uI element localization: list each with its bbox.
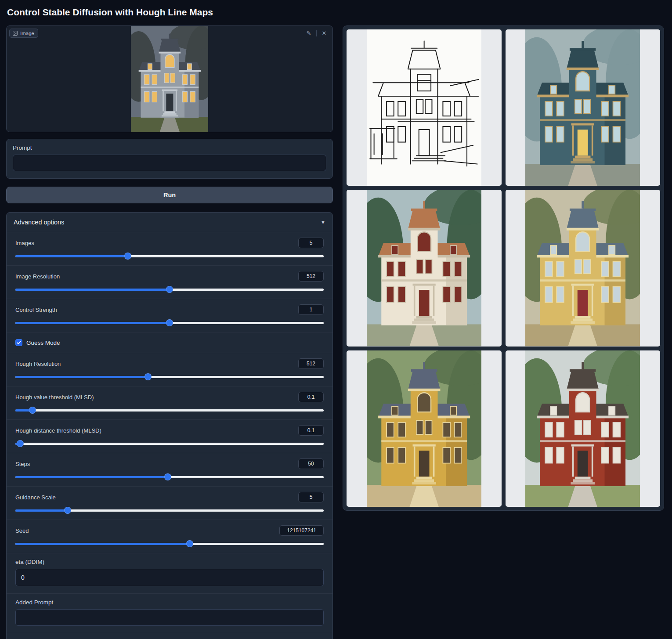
hough-line-map-image <box>367 29 481 186</box>
control-strength-value[interactable]: 1 <box>298 304 324 315</box>
slider-handle[interactable] <box>64 507 71 514</box>
page-title: Control Stable Diffusion with Hough Line… <box>6 0 666 25</box>
hough-value-threshold-slider[interactable] <box>15 407 324 414</box>
output-column <box>343 25 664 511</box>
slider-row-steps: Steps 50 <box>7 453 332 486</box>
control-strength-slider[interactable] <box>15 319 324 326</box>
prompt-label: Prompt <box>13 144 326 151</box>
hough-distance-threshold-label: Hough distance threshold (MLSD) <box>15 427 101 434</box>
edit-image-button[interactable]: ✎ <box>304 29 314 38</box>
steps-value[interactable]: 50 <box>298 458 324 469</box>
slider-row-hough-resolution: Hough Resolution 512 <box>7 353 332 386</box>
guidance-scale-label: Guidance Scale <box>15 494 56 501</box>
check-icon <box>17 340 21 345</box>
input-image[interactable] <box>131 26 209 132</box>
control-strength-label: Control Strength <box>15 307 57 313</box>
slider-row-control-strength: Control Strength 1 <box>7 299 332 332</box>
guess-mode-label: Guess Mode <box>26 339 60 346</box>
slider-row-images: Images 5 <box>7 232 332 265</box>
generated-image-tan-house <box>525 190 640 346</box>
hough-value-threshold-value[interactable]: 0.1 <box>298 392 324 402</box>
eta-row: eta (DDIM) <box>7 553 332 593</box>
slider-track <box>15 543 324 545</box>
gallery-item-tan-house[interactable] <box>506 190 661 346</box>
slider-handle[interactable] <box>124 253 131 260</box>
clear-image-button[interactable]: ✕ <box>319 29 329 38</box>
images-label: Images <box>15 240 34 246</box>
slider-row-image-resolution: Image Resolution 512 <box>7 265 332 299</box>
gallery-item-red-house[interactable] <box>506 350 661 507</box>
generated-image-gold-house <box>367 350 481 507</box>
added-prompt-row: Added Prompt <box>7 593 332 633</box>
divider <box>316 30 317 36</box>
steps-slider[interactable] <box>15 473 324 480</box>
added-prompt-input[interactable] <box>15 609 324 626</box>
seed-slider[interactable] <box>15 540 324 547</box>
advanced-options-header[interactable]: Advanced options ▼ <box>7 213 332 232</box>
slider-track <box>15 443 324 445</box>
input-image-label-tab: Image <box>9 29 38 38</box>
generated-image-teal-house <box>525 29 640 186</box>
prompt-input[interactable] <box>13 155 326 171</box>
hough-resolution-value[interactable]: 512 <box>298 358 324 369</box>
slider-row-seed: Seed 1215107241 <box>7 520 332 553</box>
app-root: Control Stable Diffusion with Hough Line… <box>0 0 672 639</box>
output-gallery <box>343 25 664 511</box>
slider-row-hough-value-threshold: Hough value threshold (MLSD) 0.1 <box>7 386 332 419</box>
chevron-down-icon: ▼ <box>321 220 325 225</box>
image-icon <box>12 30 18 36</box>
eta-input[interactable] <box>15 569 324 586</box>
guess-mode-row: Guess Mode <box>7 332 332 353</box>
hough-distance-threshold-slider[interactable] <box>15 440 324 447</box>
slider-handle[interactable] <box>166 319 173 326</box>
guess-mode-checkbox[interactable] <box>15 339 22 346</box>
prompt-panel: Prompt <box>6 139 333 179</box>
images-slider[interactable] <box>15 253 324 260</box>
hough-resolution-slider[interactable] <box>15 373 324 380</box>
gallery-item-line-map[interactable] <box>347 29 502 186</box>
slider-track <box>15 255 324 257</box>
eta-label: eta (DDIM) <box>15 559 324 565</box>
slider-row-hough-distance-threshold: Hough distance threshold (MLSD) 0.1 <box>7 419 332 453</box>
steps-label: Steps <box>15 461 30 467</box>
guidance-scale-value[interactable]: 5 <box>298 492 324 502</box>
slider-track <box>15 509 324 512</box>
run-button[interactable]: Run <box>6 187 333 203</box>
gallery-item-gold-house[interactable] <box>347 350 502 507</box>
seed-label: Seed <box>15 527 29 534</box>
generated-image-white-house <box>367 190 481 346</box>
advanced-options-panel: Advanced options ▼ Images 5 Image R <box>6 212 333 639</box>
slider-track <box>15 376 324 378</box>
hough-distance-threshold-value[interactable]: 0.1 <box>298 425 324 436</box>
slider-handle[interactable] <box>29 407 36 414</box>
slider-handle[interactable] <box>145 373 152 380</box>
slider-row-guidance-scale: Guidance Scale 5 <box>7 486 332 520</box>
negative-prompt-row: Negative Prompt <box>7 633 332 639</box>
gallery-item-teal-house[interactable] <box>506 29 661 186</box>
hough-resolution-label: Hough Resolution <box>15 361 61 367</box>
added-prompt-label: Added Prompt <box>15 599 324 606</box>
gallery-item-white-house[interactable] <box>347 190 502 346</box>
seed-value[interactable]: 1215107241 <box>279 525 324 536</box>
image-actions: ✎ ✕ <box>304 29 329 38</box>
advanced-options-label: Advanced options <box>14 219 64 226</box>
input-house-photo <box>131 26 209 132</box>
slider-handle[interactable] <box>164 473 171 480</box>
input-image-panel: Image ✎ ✕ <box>6 25 333 132</box>
controls-column: Image ✎ ✕ Prompt Run <box>6 25 333 639</box>
slider-handle[interactable] <box>17 440 24 447</box>
images-value[interactable]: 5 <box>298 238 324 248</box>
image-resolution-slider[interactable] <box>15 286 324 293</box>
slider-handle[interactable] <box>186 540 193 547</box>
guidance-scale-slider[interactable] <box>15 507 324 514</box>
image-resolution-value[interactable]: 512 <box>298 271 324 282</box>
input-image-label: Image <box>20 31 34 36</box>
generated-image-red-house <box>525 350 640 507</box>
hough-value-threshold-label: Hough value threshold (MLSD) <box>15 394 94 401</box>
slider-track <box>15 409 324 412</box>
slider-handle[interactable] <box>166 286 173 293</box>
image-resolution-label: Image Resolution <box>15 273 60 280</box>
